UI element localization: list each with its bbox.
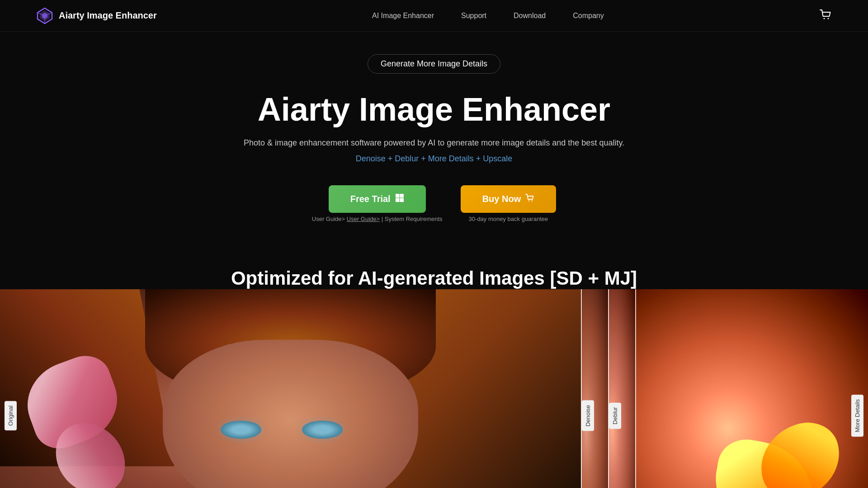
svg-rect-10 <box>396 198 400 202</box>
nav-download[interactable]: Download <box>514 12 546 20</box>
svg-rect-8 <box>396 194 400 198</box>
denoise-section <box>581 289 608 488</box>
system-req-label[interactable]: System Requirements <box>385 216 443 222</box>
more-details-section <box>635 289 868 488</box>
svg-point-13 <box>531 200 532 201</box>
optimized-title: Optimized for AI-generated Images [SD + … <box>0 245 868 289</box>
hero-features: Denoise + Deblur + More Details + Upscal… <box>356 154 513 164</box>
flower-orange-2 <box>751 416 849 488</box>
hero-badge: Generate More Image Details <box>368 54 500 74</box>
navbar: Aiarty Image Enhancer AI Image Enhancer … <box>0 0 868 32</box>
user-guide-link[interactable]: User Guide> <box>312 216 345 222</box>
hero-section: Generate More Image Details Aiarty Image… <box>0 32 868 245</box>
divider-1 <box>581 289 582 488</box>
hero-buttons: Free Trial User Guide> User Guide> | Sys… <box>312 185 556 222</box>
nav-logo-text: Aiarty Image Enhancer <box>59 10 157 21</box>
hero-title: Aiarty Image Enhancer <box>258 92 610 127</box>
aiarty-logo-icon <box>36 7 53 24</box>
separator: | <box>382 216 385 222</box>
windows-icon <box>395 193 404 205</box>
free-trial-sub-text: User Guide> User Guide> | System Require… <box>312 216 443 222</box>
nav-support[interactable]: Support <box>461 12 486 20</box>
money-back-text: 30-day money back guarantee <box>469 216 548 222</box>
buy-now-label: Buy Now <box>482 194 521 204</box>
cart-icon-btn <box>525 193 534 205</box>
svg-rect-9 <box>400 194 404 198</box>
nav-links: AI Image Enhancer Support Download Compa… <box>372 12 604 20</box>
face-skin <box>163 340 418 488</box>
label-more-details[interactable]: More Details <box>851 395 863 437</box>
nav-ai-image-enhancer[interactable]: AI Image Enhancer <box>372 12 434 20</box>
svg-rect-11 <box>400 198 404 202</box>
nav-logo[interactable]: Aiarty Image Enhancer <box>36 7 157 24</box>
svg-point-6 <box>824 18 825 19</box>
svg-point-7 <box>828 18 829 19</box>
free-trial-group: Free Trial User Guide> User Guide> | Sys… <box>312 185 443 222</box>
buy-now-button[interactable]: Buy Now <box>461 185 557 213</box>
image-comparison: Original Denoise Deblur More Details <box>0 289 868 488</box>
label-original[interactable]: Original <box>5 401 17 431</box>
deblur-section <box>608 289 635 488</box>
label-deblur[interactable]: Deblur <box>609 403 621 429</box>
svg-point-12 <box>528 200 529 201</box>
label-denoise[interactable]: Denoise <box>582 400 594 431</box>
buy-now-group: Buy Now 30-day money back guarantee <box>461 185 557 222</box>
divider-3 <box>635 289 636 488</box>
hero-subtitle: Photo & image enhancement software power… <box>244 138 624 148</box>
cart-icon[interactable] <box>819 9 832 23</box>
user-guide-label[interactable]: User Guide> <box>347 216 380 222</box>
nav-company[interactable]: Company <box>573 12 604 20</box>
free-trial-label: Free Trial <box>350 194 391 204</box>
divider-2 <box>608 289 609 488</box>
free-trial-button[interactable]: Free Trial <box>329 185 426 213</box>
original-section <box>0 289 581 488</box>
